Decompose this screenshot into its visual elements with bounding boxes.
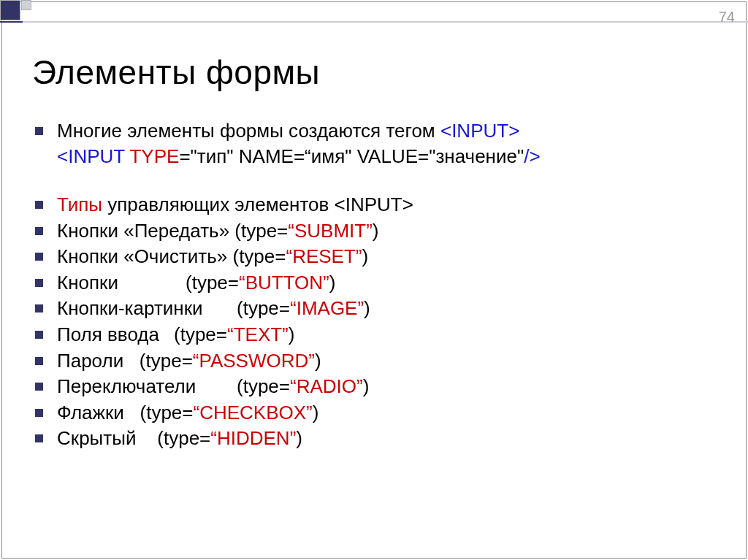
- syntax-close: />: [524, 145, 540, 167]
- list-item: Кнопки «Передать» (type=“SUBMIT”): [32, 218, 728, 244]
- item-value: “RADIO”: [290, 375, 363, 397]
- item-close: ): [373, 220, 379, 242]
- item-value: “BUTTON”: [239, 272, 329, 294]
- item-mid: (type=: [186, 272, 239, 294]
- item-value: “RESET”: [286, 245, 362, 267]
- item-label: Переключатели: [57, 374, 237, 399]
- list-item: Кнопки(type=“BUTTON”): [32, 270, 728, 296]
- subhead-label: Типы: [57, 193, 102, 215]
- list-item: Пароли (type=“PASSWORD”): [32, 348, 728, 374]
- item-mid: (type=: [174, 323, 227, 345]
- intro-line: Многие элементы формы создаются тегом <I…: [32, 118, 728, 169]
- slide-content: Элементы формы Многие элементы формы соз…: [32, 53, 728, 452]
- item-label: Скрытый: [57, 427, 136, 449]
- item-value: “HIDDEN”: [210, 427, 296, 449]
- list-item: Кнопки «Очистить» (type=“RESET”): [32, 244, 728, 269]
- slide-title: Элементы формы: [32, 53, 728, 92]
- item-mid: (type=: [237, 375, 290, 397]
- intro-tag: <INPUT>: [440, 120, 519, 142]
- item-value: “TEXT”: [227, 323, 289, 345]
- item-label: Кнопки «Передать» (type=: [57, 220, 288, 242]
- attr-value-val: ="значение": [418, 145, 524, 167]
- bullet-list: Многие элементы формы создаются тегом <I…: [32, 118, 728, 451]
- slide-top-rule: [0, 21, 748, 23]
- attr-type: TYPE: [129, 145, 179, 167]
- item-close: ): [362, 245, 368, 267]
- item-close: ): [296, 427, 302, 449]
- list-item: Скрытый (type=“HIDDEN”): [32, 426, 728, 451]
- list-item: Переключатели(type=“RADIO”): [32, 374, 728, 399]
- page-number: 74: [719, 9, 735, 26]
- item-label: Кнопки «Очистить» (type=: [57, 245, 286, 267]
- attr-value: VALUE: [357, 145, 418, 167]
- item-close: ): [364, 297, 370, 319]
- subheading: Типы управляющих элементов <INPUT>: [32, 192, 728, 218]
- list-item: Флажки (type=“CHECKBOX”): [32, 400, 728, 426]
- item-close: ): [289, 323, 295, 345]
- item-value: “CHECKBOX”: [193, 402, 312, 423]
- item-label: Кнопки: [57, 270, 186, 296]
- item-mid: (type=: [237, 297, 290, 319]
- item-label: Пароли: [57, 350, 123, 372]
- list-item: Поля ввода(type=“TEXT”): [32, 322, 728, 348]
- item-value: “PASSWORD”: [193, 350, 315, 372]
- list-item: Кнопки-картинки(type=“IMAGE”): [32, 296, 728, 321]
- item-close: ): [329, 272, 336, 294]
- item-mid: (type=: [124, 402, 194, 423]
- item-close: ): [363, 375, 370, 397]
- intro-text: Многие элементы формы создаются тегом: [57, 120, 440, 142]
- item-value: “IMAGE”: [290, 297, 364, 319]
- attr-name-val: =“имя": [294, 145, 357, 167]
- item-close: ): [313, 402, 319, 423]
- item-label: Флажки: [57, 402, 124, 423]
- item-label: Кнопки-картинки: [57, 296, 237, 321]
- item-mid: (type=: [136, 427, 210, 449]
- slide-corner-decoration: [0, 0, 31, 20]
- item-close: ): [315, 350, 321, 372]
- item-mid: (type=: [123, 350, 193, 372]
- item-value: “SUBMIT”: [288, 220, 373, 242]
- attr-name: NAME: [239, 145, 294, 167]
- attr-type-val: ="тип": [179, 145, 238, 167]
- syntax-open: <INPUT: [57, 145, 129, 167]
- subhead-rest: управляющих элементов <INPUT>: [102, 193, 413, 215]
- item-label: Поля ввода: [57, 322, 174, 348]
- spacer: [32, 169, 728, 191]
